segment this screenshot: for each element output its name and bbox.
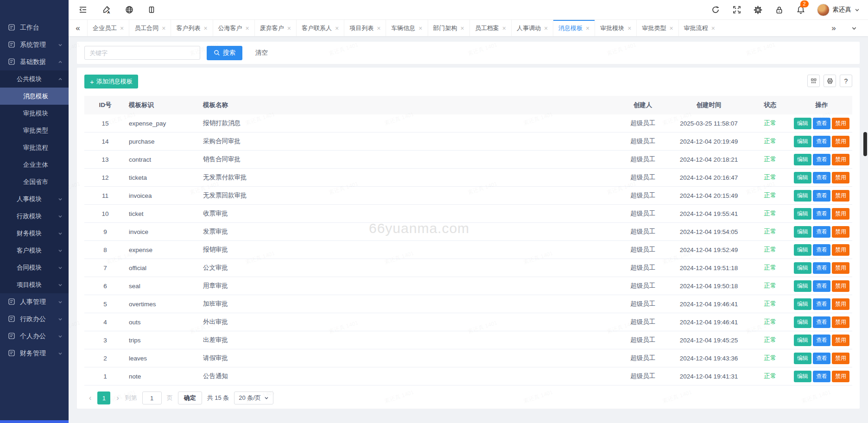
- view-button[interactable]: 查看: [813, 208, 830, 220]
- view-button[interactable]: 查看: [813, 335, 830, 346]
- disable-button[interactable]: 禁用: [832, 280, 849, 292]
- tabs-scroll-right[interactable]: »: [824, 24, 843, 33]
- tabs-menu-chevron-icon[interactable]: [845, 25, 863, 31]
- next-page-button[interactable]: ›: [115, 394, 120, 402]
- globe-icon[interactable]: [124, 5, 134, 15]
- view-button[interactable]: 查看: [813, 172, 830, 183]
- sidebar-item-财务管理[interactable]: 财务管理: [0, 345, 69, 362]
- view-button[interactable]: 查看: [813, 136, 830, 147]
- tab-close-icon[interactable]: ×: [418, 25, 422, 32]
- view-button[interactable]: 查看: [813, 316, 830, 328]
- view-button[interactable]: 查看: [813, 353, 830, 364]
- view-button[interactable]: 查看: [813, 190, 830, 202]
- disable-button[interactable]: 禁用: [832, 353, 849, 364]
- tab-项目列表[interactable]: 项目列表×: [344, 20, 386, 36]
- collapse-menu-icon[interactable]: [78, 5, 88, 15]
- tab-close-icon[interactable]: ×: [246, 25, 249, 32]
- tab-close-icon[interactable]: ×: [502, 25, 506, 32]
- tab-审批流程[interactable]: 审批流程×: [678, 20, 720, 36]
- sidebar-item-基础数据[interactable]: 基础数据: [0, 53, 69, 70]
- tab-close-icon[interactable]: ×: [586, 25, 589, 32]
- edit-button[interactable]: 编辑: [794, 262, 811, 274]
- fullscreen-icon[interactable]: [732, 5, 742, 15]
- edit-button[interactable]: 编辑: [794, 298, 811, 310]
- disable-button[interactable]: 禁用: [832, 208, 849, 220]
- tab-close-icon[interactable]: ×: [120, 25, 124, 32]
- tab-员工档案[interactable]: 员工档案×: [469, 20, 511, 36]
- bell-icon[interactable]: 2: [796, 5, 806, 15]
- tab-close-icon[interactable]: ×: [669, 25, 673, 32]
- disable-button[interactable]: 禁用: [832, 316, 849, 328]
- edit-button[interactable]: 编辑: [794, 244, 811, 256]
- current-page-button[interactable]: 1: [97, 391, 110, 404]
- disable-button[interactable]: 禁用: [832, 226, 849, 238]
- tab-消息模板[interactable]: 消息模板×: [553, 20, 595, 36]
- tab-close-icon[interactable]: ×: [162, 25, 165, 32]
- goto-confirm-button[interactable]: 确定: [178, 391, 202, 404]
- prev-page-button[interactable]: ‹: [88, 394, 92, 402]
- search-button[interactable]: 搜索: [207, 46, 242, 60]
- disable-button[interactable]: 禁用: [832, 172, 849, 183]
- disable-button[interactable]: 禁用: [832, 371, 849, 382]
- edit-button[interactable]: 编辑: [794, 335, 811, 346]
- tab-close-icon[interactable]: ×: [544, 25, 548, 32]
- disable-button[interactable]: 禁用: [832, 190, 849, 202]
- edit-button[interactable]: 编辑: [794, 280, 811, 292]
- sidebar-item-项目模块[interactable]: 项目模块: [0, 276, 69, 293]
- edit-button[interactable]: 编辑: [794, 172, 811, 183]
- tab-close-icon[interactable]: ×: [377, 25, 380, 32]
- edit-button[interactable]: 编辑: [794, 316, 811, 328]
- sidebar-item-人事管理[interactable]: 人事管理: [0, 293, 69, 310]
- tab-close-icon[interactable]: ×: [627, 25, 631, 32]
- sidebar-item-人事模块[interactable]: 人事模块: [0, 190, 69, 208]
- edit-button[interactable]: 编辑: [794, 208, 811, 220]
- sidebar-item-合同模块[interactable]: 合同模块: [0, 259, 69, 276]
- view-button[interactable]: 查看: [813, 298, 830, 310]
- view-button[interactable]: 查看: [813, 262, 830, 274]
- tab-客户列表[interactable]: 客户列表×: [171, 20, 212, 36]
- disable-button[interactable]: 禁用: [832, 154, 849, 165]
- sidebar-item-全国省市[interactable]: 全国省市: [0, 173, 69, 190]
- tab-close-icon[interactable]: ×: [461, 25, 464, 32]
- gear-icon[interactable]: [753, 5, 763, 15]
- tab-企业员工[interactable]: 企业员工×: [87, 20, 129, 36]
- edit-button[interactable]: 编辑: [794, 118, 811, 129]
- refresh-icon[interactable]: [710, 5, 721, 15]
- clear-button[interactable]: 清空: [255, 49, 268, 57]
- tab-废弃客户[interactable]: 废弃客户×: [254, 20, 296, 36]
- lock-icon[interactable]: [774, 5, 785, 15]
- edit-button[interactable]: 编辑: [794, 136, 811, 147]
- sidebar-item-消息模板[interactable]: 消息模板: [0, 88, 69, 105]
- goto-page-input[interactable]: [142, 391, 162, 404]
- sidebar-item-审批模块[interactable]: 审批模块: [0, 105, 69, 122]
- view-button[interactable]: 查看: [813, 226, 830, 238]
- sidebar-item-公共模块[interactable]: 公共模块: [0, 70, 69, 88]
- tab-公海客户[interactable]: 公海客户×: [213, 20, 254, 36]
- view-button[interactable]: 查看: [813, 371, 830, 382]
- tab-close-icon[interactable]: ×: [335, 25, 339, 32]
- tab-客户联系人[interactable]: 客户联系人×: [296, 20, 344, 36]
- tab-close-icon[interactable]: ×: [203, 25, 207, 32]
- user-menu[interactable]: 素还真: [817, 4, 860, 16]
- columns-setting-icon[interactable]: [807, 75, 820, 87]
- tab-部门架构[interactable]: 部门架构×: [428, 20, 469, 36]
- sidebar-item-工作台[interactable]: 工作台: [0, 19, 69, 36]
- view-button[interactable]: 查看: [813, 280, 830, 292]
- tabs-scroll-left[interactable]: «: [69, 20, 87, 36]
- edit-button[interactable]: 编辑: [794, 371, 811, 382]
- disable-button[interactable]: 禁用: [832, 335, 849, 346]
- disable-button[interactable]: 禁用: [832, 136, 849, 147]
- sidebar-item-审批流程[interactable]: 审批流程: [0, 139, 69, 156]
- tab-close-icon[interactable]: ×: [711, 25, 715, 32]
- view-button[interactable]: 查看: [813, 118, 830, 129]
- sidebar-item-行政办公[interactable]: 行政办公: [0, 310, 69, 328]
- sidebar-scrollbar[interactable]: [0, 420, 69, 423]
- sidebar-item-客户模块[interactable]: 客户模块: [0, 242, 69, 259]
- disable-button[interactable]: 禁用: [832, 244, 849, 256]
- vertical-scrollbar-thumb[interactable]: [863, 132, 867, 156]
- view-button[interactable]: 查看: [813, 244, 830, 256]
- disable-button[interactable]: 禁用: [832, 262, 849, 274]
- sidebar-item-企业主体[interactable]: 企业主体: [0, 156, 69, 173]
- tab-审批模块[interactable]: 审批模块×: [595, 20, 636, 36]
- tab-车辆信息[interactable]: 车辆信息×: [386, 20, 427, 36]
